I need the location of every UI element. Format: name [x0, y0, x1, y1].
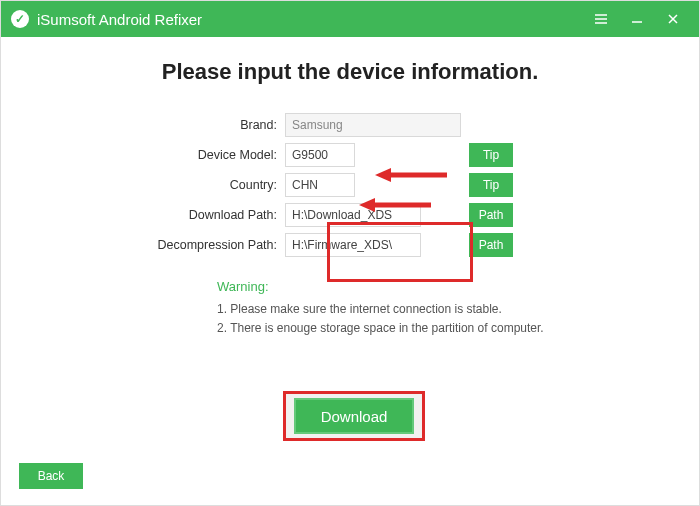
title-bar: ✓ iSumsoft Android Refixer: [1, 1, 699, 37]
row-decomp-path: Decompression Path: Path: [135, 233, 565, 257]
decomp-path-label: Decompression Path:: [135, 238, 285, 252]
model-label: Device Model:: [135, 148, 285, 162]
warning-title: Warning:: [217, 279, 597, 294]
warning-block: Warning: 1. Please make sure the interne…: [217, 279, 597, 338]
page-title: Please input the device information.: [41, 59, 659, 85]
row-country: Country: Tip: [135, 173, 565, 197]
row-brand: Brand:: [135, 113, 565, 137]
download-path-input[interactable]: [285, 203, 421, 227]
model-tip-button[interactable]: Tip: [469, 143, 513, 167]
close-icon[interactable]: [655, 1, 691, 37]
model-input[interactable]: [285, 143, 355, 167]
device-form: Brand: Device Model: Tip Country: Tip Do…: [135, 113, 565, 257]
download-path-label: Download Path:: [135, 208, 285, 222]
country-input[interactable]: [285, 173, 355, 197]
warning-line-2: 2. There is enouge storage space in the …: [217, 319, 597, 338]
app-logo-icon: ✓: [11, 10, 29, 28]
minimize-icon[interactable]: [619, 1, 655, 37]
menu-icon[interactable]: [583, 1, 619, 37]
window-title: iSumsoft Android Refixer: [37, 11, 202, 28]
row-model: Device Model: Tip: [135, 143, 565, 167]
country-tip-button[interactable]: Tip: [469, 173, 513, 197]
row-download-path: Download Path: Path: [135, 203, 565, 227]
download-path-button[interactable]: Path: [469, 203, 513, 227]
download-button-label: Download: [321, 408, 388, 425]
download-button[interactable]: Download: [294, 398, 414, 434]
country-label: Country:: [135, 178, 285, 192]
decomp-path-input[interactable]: [285, 233, 421, 257]
warning-line-1: 1. Please make sure the internet connect…: [217, 300, 597, 319]
decomp-path-button[interactable]: Path: [469, 233, 513, 257]
brand-input: [285, 113, 461, 137]
brand-label: Brand:: [135, 118, 285, 132]
content-area: Please input the device information. Bra…: [1, 59, 699, 338]
annotation-box-download: Download: [283, 391, 425, 441]
back-button[interactable]: Back: [19, 463, 83, 489]
